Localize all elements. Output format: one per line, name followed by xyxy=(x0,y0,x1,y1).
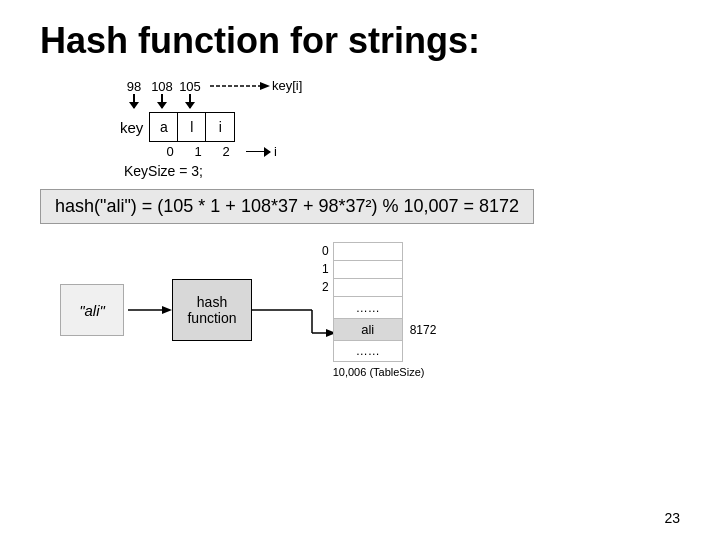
table-row-1 xyxy=(333,260,403,278)
table-dots-bottom: …… xyxy=(333,340,403,362)
hash-table: …… ali 8172 …… 10,006 (TableSize) xyxy=(333,242,425,378)
key-i-label: key[i] xyxy=(272,78,302,93)
hash-fn-label: hash function xyxy=(187,294,236,326)
key-i-arrow xyxy=(210,79,270,93)
key-array: a l i xyxy=(149,112,235,142)
ali-input-box: "ali" xyxy=(60,284,124,336)
to-hash-arrow-svg xyxy=(128,303,172,317)
hash-table-area: 0 1 2 …… ali 8172 …… xyxy=(322,242,424,378)
formula-text: hash("ali") = (105 * 1 + 108*37 + 98*37²… xyxy=(55,196,519,216)
ascii-105: 105 xyxy=(176,79,204,94)
table-index-2: 2 xyxy=(322,278,329,296)
table-index-labels: 0 1 2 xyxy=(322,242,329,296)
index-2: 2 xyxy=(212,144,240,159)
svg-marker-1 xyxy=(260,82,270,90)
table-row-ali: ali 8172 xyxy=(333,318,403,340)
index-arrow-label: i xyxy=(246,144,277,159)
index-1: 1 xyxy=(184,144,212,159)
index-0: 0 xyxy=(156,144,184,159)
vertical-arrows xyxy=(120,94,680,108)
ali-label: "ali" xyxy=(79,302,105,319)
hash-formula: hash("ali") = (105 * 1 + 108*37 + 98*37²… xyxy=(40,189,534,224)
ali-cell-label: ali xyxy=(361,322,374,337)
index-arrow xyxy=(246,151,270,153)
arrow-to-hash xyxy=(128,309,168,311)
index-area: 0 1 2 i xyxy=(156,144,680,159)
page: Hash function for strings: 98 108 105 ke… xyxy=(0,0,720,540)
key-row: key a l i xyxy=(120,112,680,142)
page-title: Hash function for strings: xyxy=(40,20,680,62)
ascii-98: 98 xyxy=(120,79,148,94)
top-diagram: 98 108 105 key[i] xyxy=(120,78,680,179)
ali-value-label: 8172 xyxy=(410,323,437,337)
svg-marker-3 xyxy=(162,306,172,314)
l-arrow-container xyxy=(252,279,332,341)
table-row-0 xyxy=(333,242,403,260)
vert-arrow-0 xyxy=(120,94,148,108)
key-cell-1: l xyxy=(178,113,206,141)
key-cell-0: a xyxy=(150,113,178,141)
index-row: 0 1 2 i xyxy=(156,144,680,159)
key-label: key xyxy=(120,119,143,136)
index-nums: 0 1 2 xyxy=(156,144,240,159)
table-index-0: 0 xyxy=(322,242,329,260)
bottom-diagram: "ali" hash function xyxy=(60,242,680,378)
vert-arrow-1 xyxy=(148,94,176,108)
keysize-label: KeySize = 3; xyxy=(124,163,680,179)
vert-arrow-2 xyxy=(176,94,204,108)
page-number: 23 xyxy=(664,510,680,526)
ascii-108: 108 xyxy=(148,79,176,94)
ascii-numbers-row: 98 108 105 xyxy=(120,79,204,94)
table-dots-top: …… xyxy=(333,296,403,318)
key-cell-2: i xyxy=(206,113,234,141)
table-index-1: 1 xyxy=(322,260,329,278)
hash-function-box: hash function xyxy=(172,279,252,341)
index-var: i xyxy=(274,144,277,159)
l-arrow-svg xyxy=(252,279,332,341)
table-row-2 xyxy=(333,278,403,296)
table-size-label: 10,006 (TableSize) xyxy=(333,366,425,378)
